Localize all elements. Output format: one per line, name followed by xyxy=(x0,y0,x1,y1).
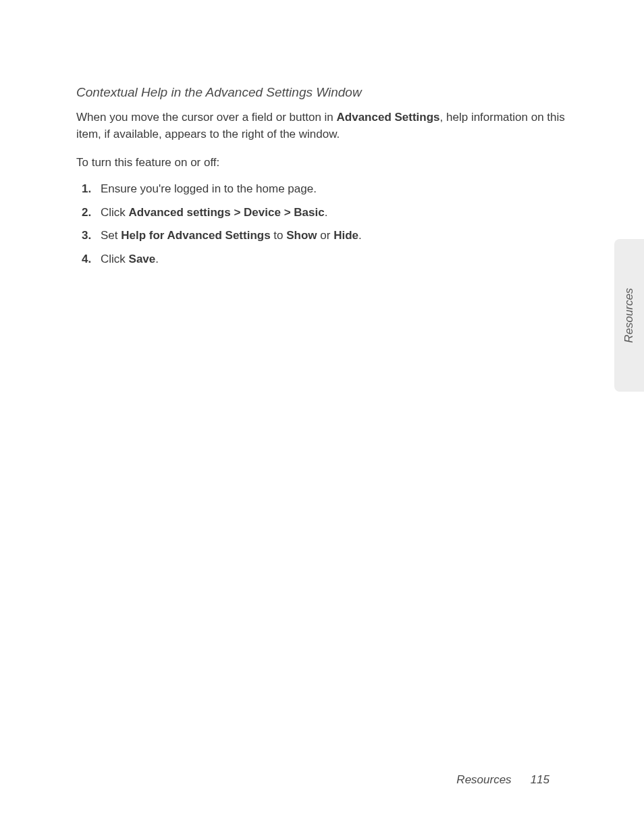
step-2-b2: Device xyxy=(244,206,281,219)
step-2: Click Advanced settings > Device > Basic… xyxy=(82,205,570,221)
step-4-p1: Click xyxy=(101,253,129,265)
steps-list: Ensure you're logged in to the home page… xyxy=(76,181,570,268)
side-tab: Resources xyxy=(614,239,644,392)
step-3-b2: Show xyxy=(286,229,317,242)
step-3-b1: Help for Advanced Settings xyxy=(121,229,270,242)
step-3-p3: or xyxy=(317,229,334,242)
intro-bold-term: Advanced Settings xyxy=(337,111,440,124)
step-1-text: Ensure you're logged in to the home page… xyxy=(101,182,317,195)
section-heading: Contextual Help in the Advanced Settings… xyxy=(76,85,570,100)
step-4: Click Save. xyxy=(82,251,570,268)
page-content: Contextual Help in the Advanced Settings… xyxy=(0,0,644,267)
step-3: Set Help for Advanced Settings to Show o… xyxy=(82,228,570,244)
step-2-b1: Advanced settings xyxy=(129,206,231,219)
footer-page-number: 115 xyxy=(531,773,549,786)
step-3-b3: Hide xyxy=(333,229,358,242)
step-1: Ensure you're logged in to the home page… xyxy=(82,181,570,198)
step-2-b3: Basic xyxy=(294,206,324,219)
step-2-gt1: > xyxy=(231,206,244,219)
intro-paragraph: When you move the cursor over a field or… xyxy=(76,109,570,142)
step-3-p1: Set xyxy=(101,229,121,242)
step-3-p2: to xyxy=(271,229,287,242)
step-3-p4: . xyxy=(358,229,362,242)
step-2-gt2: > xyxy=(281,206,294,219)
step-2-p2: . xyxy=(325,206,328,219)
footer-section: Resources xyxy=(456,773,511,786)
side-tab-label: Resources xyxy=(622,288,636,342)
toggle-instruction: To turn this feature on or off: xyxy=(76,155,570,172)
step-4-b1: Save xyxy=(129,253,156,265)
intro-prefix: When you move the cursor over a field or… xyxy=(76,111,337,124)
step-4-p2: . xyxy=(155,253,159,265)
step-2-p1: Click xyxy=(101,206,129,219)
page-footer: Resources115 xyxy=(456,773,549,787)
